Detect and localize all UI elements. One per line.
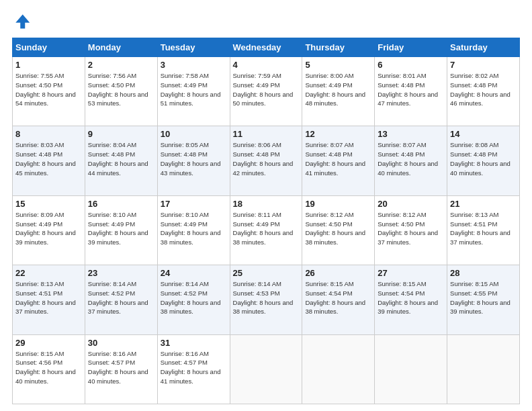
day-number: 4 bbox=[233, 60, 300, 70]
day-number: 20 bbox=[378, 199, 444, 209]
calendar-cell: 30 Sunrise: 8:16 AMSunset: 4:57 PMDaylig… bbox=[85, 334, 157, 404]
calendar-cell: 22 Sunrise: 8:13 AMSunset: 4:51 PMDaylig… bbox=[13, 265, 85, 334]
day-number: 8 bbox=[15, 129, 82, 139]
calendar-cell: 9 Sunrise: 8:04 AMSunset: 4:48 PMDayligh… bbox=[85, 126, 157, 195]
day-number: 23 bbox=[88, 268, 154, 278]
day-number: 10 bbox=[161, 129, 227, 139]
day-number: 28 bbox=[450, 268, 517, 278]
svg-marker-0 bbox=[15, 15, 30, 29]
calendar-cell: 3 Sunrise: 7:58 AMSunset: 4:49 PMDayligh… bbox=[157, 57, 230, 126]
calendar-cell: 27 Sunrise: 8:15 AMSunset: 4:54 PMDaylig… bbox=[375, 265, 447, 334]
day-number: 7 bbox=[450, 60, 517, 70]
calendar-cell: 4 Sunrise: 7:59 AMSunset: 4:49 PMDayligh… bbox=[230, 57, 302, 126]
logo-icon bbox=[12, 12, 31, 31]
day-number: 24 bbox=[161, 268, 227, 278]
calendar-cell: 28 Sunrise: 8:15 AMSunset: 4:55 PMDaylig… bbox=[447, 265, 520, 334]
calendar-cell: 23 Sunrise: 8:14 AMSunset: 4:52 PMDaylig… bbox=[85, 265, 157, 334]
calendar-week-5: 29 Sunrise: 8:15 AMSunset: 4:56 PMDaylig… bbox=[13, 334, 520, 404]
day-number: 30 bbox=[88, 338, 154, 348]
calendar-cell: 19 Sunrise: 8:12 AMSunset: 4:50 PMDaylig… bbox=[302, 195, 375, 265]
weekday-header-saturday: Saturday bbox=[447, 38, 520, 57]
cell-info: Sunrise: 8:07 AMSunset: 4:48 PMDaylight:… bbox=[305, 140, 371, 177]
calendar-cell: 25 Sunrise: 8:14 AMSunset: 4:53 PMDaylig… bbox=[230, 265, 302, 334]
cell-info: Sunrise: 8:14 AMSunset: 4:52 PMDaylight:… bbox=[161, 279, 227, 316]
calendar-cell: 2 Sunrise: 7:56 AMSunset: 4:50 PMDayligh… bbox=[85, 57, 157, 126]
day-number: 2 bbox=[88, 60, 154, 70]
cell-info: Sunrise: 8:12 AMSunset: 4:50 PMDaylight:… bbox=[378, 210, 444, 247]
weekday-header-tuesday: Tuesday bbox=[157, 38, 230, 57]
calendar-cell: 31 Sunrise: 8:16 AMSunset: 4:57 PMDaylig… bbox=[157, 334, 230, 404]
cell-info: Sunrise: 8:07 AMSunset: 4:48 PMDaylight:… bbox=[378, 140, 444, 177]
day-number: 6 bbox=[378, 60, 444, 70]
cell-info: Sunrise: 8:03 AMSunset: 4:48 PMDaylight:… bbox=[15, 140, 82, 177]
calendar-cell: 29 Sunrise: 8:15 AMSunset: 4:56 PMDaylig… bbox=[13, 334, 85, 404]
day-number: 31 bbox=[161, 338, 227, 348]
day-number: 15 bbox=[15, 199, 82, 209]
calendar-week-2: 8 Sunrise: 8:03 AMSunset: 4:48 PMDayligh… bbox=[13, 126, 520, 195]
cell-info: Sunrise: 8:15 AMSunset: 4:54 PMDaylight:… bbox=[378, 279, 444, 316]
calendar-cell: 17 Sunrise: 8:10 AMSunset: 4:49 PMDaylig… bbox=[157, 195, 230, 265]
cell-info: Sunrise: 8:10 AMSunset: 4:49 PMDaylight:… bbox=[161, 210, 227, 247]
calendar-cell bbox=[302, 334, 375, 404]
day-number: 26 bbox=[305, 268, 371, 278]
day-number: 3 bbox=[161, 60, 227, 70]
day-number: 13 bbox=[378, 129, 444, 139]
day-number: 22 bbox=[15, 268, 82, 278]
calendar-cell: 24 Sunrise: 8:14 AMSunset: 4:52 PMDaylig… bbox=[157, 265, 230, 334]
cell-info: Sunrise: 8:11 AMSunset: 4:49 PMDaylight:… bbox=[233, 210, 300, 247]
calendar-cell: 14 Sunrise: 8:08 AMSunset: 4:48 PMDaylig… bbox=[447, 126, 520, 195]
calendar-cell: 26 Sunrise: 8:15 AMSunset: 4:54 PMDaylig… bbox=[302, 265, 375, 334]
calendar-cell: 5 Sunrise: 8:00 AMSunset: 4:49 PMDayligh… bbox=[302, 57, 375, 126]
cell-info: Sunrise: 8:14 AMSunset: 4:53 PMDaylight:… bbox=[233, 279, 300, 316]
cell-info: Sunrise: 8:00 AMSunset: 4:49 PMDaylight:… bbox=[305, 71, 371, 108]
cell-info: Sunrise: 8:05 AMSunset: 4:48 PMDaylight:… bbox=[161, 140, 227, 177]
cell-info: Sunrise: 8:16 AMSunset: 4:57 PMDaylight:… bbox=[161, 349, 227, 386]
calendar-cell: 18 Sunrise: 8:11 AMSunset: 4:49 PMDaylig… bbox=[230, 195, 302, 265]
calendar-cell: 7 Sunrise: 8:02 AMSunset: 4:48 PMDayligh… bbox=[447, 57, 520, 126]
cell-info: Sunrise: 8:14 AMSunset: 4:52 PMDaylight:… bbox=[88, 279, 154, 316]
cell-info: Sunrise: 8:02 AMSunset: 4:48 PMDaylight:… bbox=[450, 71, 517, 108]
day-number: 1 bbox=[15, 60, 82, 70]
cell-info: Sunrise: 7:55 AMSunset: 4:50 PMDaylight:… bbox=[15, 71, 82, 108]
header bbox=[12, 12, 520, 31]
calendar-week-3: 15 Sunrise: 8:09 AMSunset: 4:49 PMDaylig… bbox=[13, 195, 520, 265]
calendar-cell: 6 Sunrise: 8:01 AMSunset: 4:48 PMDayligh… bbox=[375, 57, 447, 126]
calendar-cell: 20 Sunrise: 8:12 AMSunset: 4:50 PMDaylig… bbox=[375, 195, 447, 265]
day-number: 17 bbox=[161, 199, 227, 209]
cell-info: Sunrise: 8:01 AMSunset: 4:48 PMDaylight:… bbox=[378, 71, 444, 108]
cell-info: Sunrise: 8:15 AMSunset: 4:55 PMDaylight:… bbox=[450, 279, 517, 316]
calendar-cell bbox=[447, 334, 520, 404]
weekday-header-monday: Monday bbox=[85, 38, 157, 57]
calendar-cell: 15 Sunrise: 8:09 AMSunset: 4:49 PMDaylig… bbox=[13, 195, 85, 265]
calendar-cell: 10 Sunrise: 8:05 AMSunset: 4:48 PMDaylig… bbox=[157, 126, 230, 195]
calendar-cell: 12 Sunrise: 8:07 AMSunset: 4:48 PMDaylig… bbox=[302, 126, 375, 195]
calendar-week-1: 1 Sunrise: 7:55 AMSunset: 4:50 PMDayligh… bbox=[13, 57, 520, 126]
cell-info: Sunrise: 8:12 AMSunset: 4:50 PMDaylight:… bbox=[305, 210, 371, 247]
cell-info: Sunrise: 8:04 AMSunset: 4:48 PMDaylight:… bbox=[88, 140, 154, 177]
cell-info: Sunrise: 8:15 AMSunset: 4:54 PMDaylight:… bbox=[305, 279, 371, 316]
weekday-header-wednesday: Wednesday bbox=[230, 38, 302, 57]
page: SundayMondayTuesdayWednesdayThursdayFrid… bbox=[0, 0, 532, 411]
calendar-table: SundayMondayTuesdayWednesdayThursdayFrid… bbox=[12, 38, 520, 404]
cell-info: Sunrise: 7:58 AMSunset: 4:49 PMDaylight:… bbox=[161, 71, 227, 108]
cell-info: Sunrise: 7:56 AMSunset: 4:50 PMDaylight:… bbox=[88, 71, 154, 108]
weekday-header-sunday: Sunday bbox=[13, 38, 85, 57]
calendar-header-row: SundayMondayTuesdayWednesdayThursdayFrid… bbox=[13, 38, 520, 57]
day-number: 25 bbox=[233, 268, 300, 278]
day-number: 27 bbox=[378, 268, 444, 278]
calendar-cell: 13 Sunrise: 8:07 AMSunset: 4:48 PMDaylig… bbox=[375, 126, 447, 195]
day-number: 9 bbox=[88, 129, 154, 139]
calendar-cell bbox=[375, 334, 447, 404]
cell-info: Sunrise: 8:06 AMSunset: 4:48 PMDaylight:… bbox=[233, 140, 300, 177]
calendar-cell: 16 Sunrise: 8:10 AMSunset: 4:49 PMDaylig… bbox=[85, 195, 157, 265]
cell-info: Sunrise: 8:13 AMSunset: 4:51 PMDaylight:… bbox=[15, 279, 82, 316]
cell-info: Sunrise: 8:09 AMSunset: 4:49 PMDaylight:… bbox=[15, 210, 82, 247]
weekday-header-thursday: Thursday bbox=[302, 38, 375, 57]
calendar-cell bbox=[230, 334, 302, 404]
calendar-week-4: 22 Sunrise: 8:13 AMSunset: 4:51 PMDaylig… bbox=[13, 265, 520, 334]
day-number: 11 bbox=[233, 129, 300, 139]
day-number: 19 bbox=[305, 199, 371, 209]
calendar-cell: 8 Sunrise: 8:03 AMSunset: 4:48 PMDayligh… bbox=[13, 126, 85, 195]
day-number: 29 bbox=[15, 338, 82, 348]
cell-info: Sunrise: 8:16 AMSunset: 4:57 PMDaylight:… bbox=[88, 349, 154, 386]
